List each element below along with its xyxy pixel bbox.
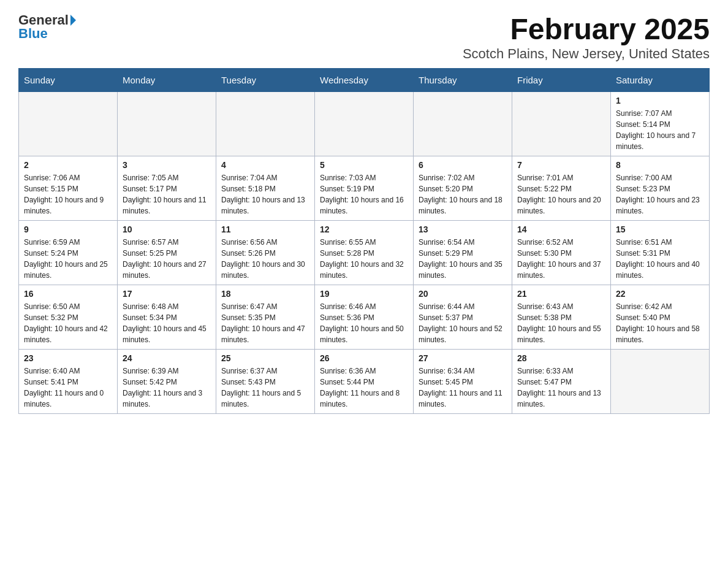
calendar-day-cell: 11Sunrise: 6:56 AMSunset: 5:26 PMDayligh… (216, 221, 315, 285)
col-monday: Monday (118, 69, 216, 92)
day-info: Sunrise: 7:03 AMSunset: 5:19 PMDaylight:… (320, 172, 408, 216)
day-number: 20 (419, 289, 507, 299)
calendar-week-row: 23Sunrise: 6:40 AMSunset: 5:41 PMDayligh… (19, 350, 710, 414)
calendar-day-cell: 7Sunrise: 7:01 AMSunset: 5:22 PMDaylight… (512, 156, 611, 221)
day-number: 12 (320, 224, 408, 234)
calendar-day-cell: 9Sunrise: 6:59 AMSunset: 5:24 PMDaylight… (19, 221, 118, 285)
logo: General Blue (18, 12, 76, 42)
day-info: Sunrise: 6:50 AMSunset: 5:32 PMDaylight:… (24, 301, 112, 345)
day-info: Sunrise: 7:02 AMSunset: 5:20 PMDaylight:… (419, 172, 507, 216)
calendar-day-cell: 14Sunrise: 6:52 AMSunset: 5:30 PMDayligh… (512, 221, 611, 285)
day-number: 24 (123, 353, 211, 363)
calendar-day-cell: 22Sunrise: 6:42 AMSunset: 5:40 PMDayligh… (611, 285, 710, 350)
logo-blue-text: Blue (18, 26, 76, 42)
day-info: Sunrise: 7:07 AMSunset: 5:14 PMDaylight:… (616, 108, 704, 152)
day-number: 17 (123, 289, 211, 299)
calendar-day-cell: 3Sunrise: 7:05 AMSunset: 5:17 PMDaylight… (118, 156, 216, 221)
day-info: Sunrise: 6:33 AMSunset: 5:47 PMDaylight:… (517, 366, 605, 410)
day-info: Sunrise: 6:42 AMSunset: 5:40 PMDaylight:… (616, 301, 704, 345)
calendar-day-cell: 24Sunrise: 6:39 AMSunset: 5:42 PMDayligh… (118, 350, 216, 414)
calendar-day-cell: 26Sunrise: 6:36 AMSunset: 5:44 PMDayligh… (315, 350, 414, 414)
day-info: Sunrise: 7:00 AMSunset: 5:23 PMDaylight:… (616, 172, 704, 216)
day-number: 3 (123, 160, 211, 170)
calendar-day-cell (414, 92, 512, 156)
day-number: 18 (221, 289, 309, 299)
day-number: 14 (517, 224, 605, 234)
day-number: 26 (320, 353, 408, 363)
day-info: Sunrise: 6:57 AMSunset: 5:25 PMDaylight:… (123, 237, 211, 281)
day-info: Sunrise: 6:52 AMSunset: 5:30 PMDaylight:… (517, 237, 605, 281)
day-info: Sunrise: 6:43 AMSunset: 5:38 PMDaylight:… (517, 301, 605, 345)
subtitle: Scotch Plains, New Jersey, United States (463, 46, 710, 62)
calendar-day-cell: 28Sunrise: 6:33 AMSunset: 5:47 PMDayligh… (512, 350, 611, 414)
calendar-table: Sunday Monday Tuesday Wednesday Thursday… (18, 68, 710, 414)
day-info: Sunrise: 6:51 AMSunset: 5:31 PMDaylight:… (616, 237, 704, 281)
calendar-day-cell: 2Sunrise: 7:06 AMSunset: 5:15 PMDaylight… (19, 156, 118, 221)
calendar-day-cell: 12Sunrise: 6:55 AMSunset: 5:28 PMDayligh… (315, 221, 414, 285)
day-info: Sunrise: 6:36 AMSunset: 5:44 PMDaylight:… (320, 366, 408, 410)
day-number: 19 (320, 289, 408, 299)
day-info: Sunrise: 7:05 AMSunset: 5:17 PMDaylight:… (123, 172, 211, 216)
calendar-day-cell: 10Sunrise: 6:57 AMSunset: 5:25 PMDayligh… (118, 221, 216, 285)
day-info: Sunrise: 6:54 AMSunset: 5:29 PMDaylight:… (419, 237, 507, 281)
col-wednesday: Wednesday (315, 69, 414, 92)
calendar-day-cell: 20Sunrise: 6:44 AMSunset: 5:37 PMDayligh… (414, 285, 512, 350)
day-number: 23 (24, 353, 112, 363)
calendar-day-cell: 8Sunrise: 7:00 AMSunset: 5:23 PMDaylight… (611, 156, 710, 221)
day-number: 5 (320, 160, 408, 170)
day-info: Sunrise: 6:37 AMSunset: 5:43 PMDaylight:… (221, 366, 309, 410)
day-info: Sunrise: 7:01 AMSunset: 5:22 PMDaylight:… (517, 172, 605, 216)
calendar-day-cell: 13Sunrise: 6:54 AMSunset: 5:29 PMDayligh… (414, 221, 512, 285)
col-friday: Friday (512, 69, 611, 92)
day-number: 7 (517, 160, 605, 170)
day-number: 10 (123, 224, 211, 234)
calendar-day-cell: 4Sunrise: 7:04 AMSunset: 5:18 PMDaylight… (216, 156, 315, 221)
day-info: Sunrise: 6:46 AMSunset: 5:36 PMDaylight:… (320, 301, 408, 345)
day-info: Sunrise: 6:59 AMSunset: 5:24 PMDaylight:… (24, 237, 112, 281)
col-sunday: Sunday (19, 69, 118, 92)
calendar-day-cell: 16Sunrise: 6:50 AMSunset: 5:32 PMDayligh… (19, 285, 118, 350)
main-title: February 2025 (463, 12, 710, 46)
day-number: 2 (24, 160, 112, 170)
day-number: 11 (221, 224, 309, 234)
day-number: 13 (419, 224, 507, 234)
col-tuesday: Tuesday (216, 69, 315, 92)
day-info: Sunrise: 7:04 AMSunset: 5:18 PMDaylight:… (221, 172, 309, 216)
calendar-header-row: Sunday Monday Tuesday Wednesday Thursday… (19, 69, 710, 92)
calendar-day-cell (315, 92, 414, 156)
calendar-day-cell: 5Sunrise: 7:03 AMSunset: 5:19 PMDaylight… (315, 156, 414, 221)
calendar-day-cell: 25Sunrise: 6:37 AMSunset: 5:43 PMDayligh… (216, 350, 315, 414)
col-saturday: Saturday (611, 69, 710, 92)
day-info: Sunrise: 6:40 AMSunset: 5:41 PMDaylight:… (24, 366, 112, 410)
calendar-day-cell (611, 350, 710, 414)
calendar-day-cell: 23Sunrise: 6:40 AMSunset: 5:41 PMDayligh… (19, 350, 118, 414)
logo-triangle-icon (70, 15, 76, 26)
day-number: 8 (616, 160, 704, 170)
title-block: February 2025 Scotch Plains, New Jersey,… (463, 12, 710, 62)
day-number: 21 (517, 289, 605, 299)
calendar-day-cell: 1Sunrise: 7:07 AMSunset: 5:14 PMDaylight… (611, 92, 710, 156)
calendar-day-cell (216, 92, 315, 156)
day-info: Sunrise: 6:34 AMSunset: 5:45 PMDaylight:… (419, 366, 507, 410)
day-info: Sunrise: 6:47 AMSunset: 5:35 PMDaylight:… (221, 301, 309, 345)
calendar-week-row: 2Sunrise: 7:06 AMSunset: 5:15 PMDaylight… (19, 156, 710, 221)
calendar-day-cell: 6Sunrise: 7:02 AMSunset: 5:20 PMDaylight… (414, 156, 512, 221)
calendar-week-row: 1Sunrise: 7:07 AMSunset: 5:14 PMDaylight… (19, 92, 710, 156)
day-info: Sunrise: 7:06 AMSunset: 5:15 PMDaylight:… (24, 172, 112, 216)
day-number: 27 (419, 353, 507, 363)
col-thursday: Thursday (414, 69, 512, 92)
calendar-day-cell: 21Sunrise: 6:43 AMSunset: 5:38 PMDayligh… (512, 285, 611, 350)
calendar-day-cell: 15Sunrise: 6:51 AMSunset: 5:31 PMDayligh… (611, 221, 710, 285)
day-info: Sunrise: 6:39 AMSunset: 5:42 PMDaylight:… (123, 366, 211, 410)
day-number: 15 (616, 224, 704, 234)
calendar-day-cell (118, 92, 216, 156)
calendar-day-cell (512, 92, 611, 156)
day-number: 4 (221, 160, 309, 170)
day-number: 22 (616, 289, 704, 299)
calendar-day-cell: 17Sunrise: 6:48 AMSunset: 5:34 PMDayligh… (118, 285, 216, 350)
day-number: 25 (221, 353, 309, 363)
day-number: 1 (616, 96, 704, 105)
calendar-day-cell: 27Sunrise: 6:34 AMSunset: 5:45 PMDayligh… (414, 350, 512, 414)
day-number: 9 (24, 224, 112, 234)
calendar-day-cell: 19Sunrise: 6:46 AMSunset: 5:36 PMDayligh… (315, 285, 414, 350)
